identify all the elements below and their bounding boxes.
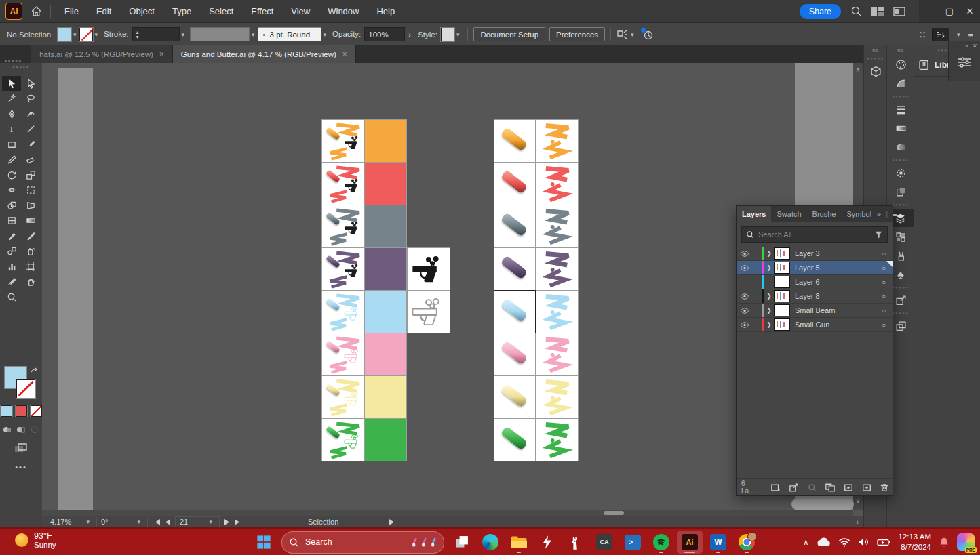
chevron-down-icon[interactable]: ▾ <box>456 31 460 38</box>
dock-stroke[interactable] <box>887 100 914 119</box>
fill-color-swatch[interactable] <box>58 28 71 41</box>
taskbar-app-lightning[interactable] <box>534 531 560 554</box>
more-tools-button[interactable]: ••• <box>15 463 27 471</box>
dock-3d-materials[interactable] <box>864 62 887 81</box>
dock-appearance[interactable] <box>887 164 914 182</box>
dock-color-guide[interactable] <box>887 75 914 93</box>
eraser-tool[interactable] <box>21 152 40 168</box>
zigzag-cell-green[interactable] <box>536 418 579 461</box>
maximize-button[interactable]: ▢ <box>939 0 960 22</box>
taskbar-app-word[interactable]: W <box>705 531 731 554</box>
taskbar-app-illustrator[interactable]: Ai <box>677 531 703 554</box>
layer-target-icon[interactable]: ○ <box>875 264 893 272</box>
expand-layer-icon[interactable]: ❯ <box>764 264 774 271</box>
lock-toggle[interactable] <box>753 304 762 317</box>
tray-chevron-up[interactable]: ∧ <box>803 538 808 547</box>
lasso-tool[interactable] <box>21 91 40 107</box>
brush-definition-dropdown[interactable]: • 3 pt. Round <box>258 27 321 41</box>
lock-toggle[interactable] <box>753 289 762 303</box>
document-tab-0[interactable]: hats.ai @ 12.5 % (RGB/Preview)× <box>31 45 173 63</box>
none-button[interactable] <box>31 405 42 417</box>
layer-target-icon[interactable]: ○ <box>875 250 893 258</box>
artboard-cell-art-green[interactable] <box>321 418 364 461</box>
close-tab-icon[interactable]: × <box>159 49 164 59</box>
menu-help[interactable]: Help <box>376 6 395 16</box>
zigzag-cell-purple[interactable] <box>536 247 579 291</box>
scrollbar-thumb[interactable] <box>791 499 854 510</box>
stroke-color-swatch[interactable] <box>79 28 93 41</box>
taskbar-app-edge[interactable] <box>477 531 503 554</box>
select-similar-icon[interactable] <box>616 29 629 40</box>
visibility-toggle[interactable] <box>737 251 753 257</box>
layer-name[interactable]: Small Beam <box>795 306 875 314</box>
artboard-cell-swatch-pink[interactable] <box>364 333 407 376</box>
next-artboard-icon[interactable] <box>224 519 230 525</box>
dock-gradient[interactable] <box>887 119 914 138</box>
butter-stick[interactable] <box>501 340 528 365</box>
artboard-tool[interactable] <box>21 259 40 274</box>
layer-row-layer-3[interactable]: ❯Layer 3○ <box>737 247 893 261</box>
artboard-cell-art-purple[interactable] <box>321 247 364 291</box>
menu-select[interactable]: Select <box>209 6 233 16</box>
new-sublayer-icon[interactable] <box>844 483 853 492</box>
chevron-down-icon[interactable]: ▾ <box>957 31 960 38</box>
document-setup-button[interactable]: Document Setup <box>473 27 545 41</box>
visibility-eye-icon[interactable] <box>740 322 749 328</box>
lock-toggle[interactable] <box>753 261 762 274</box>
layer-row-small-gun[interactable]: ❯Small Gun○ <box>737 318 893 332</box>
expand-layer-icon[interactable]: ❯ <box>764 321 774 328</box>
chevron-down-icon[interactable]: ▾ <box>324 31 327 38</box>
artboard-cell-gun-light-blue[interactable] <box>407 290 450 333</box>
zigzag-cell-pale-yellow[interactable] <box>536 375 579 419</box>
layer-thumbnail[interactable] <box>774 304 790 316</box>
free-transform-tool[interactable] <box>21 183 40 199</box>
rectangle-tool[interactable] <box>2 137 21 152</box>
paintbrush-tool[interactable] <box>21 137 40 152</box>
dock-color[interactable] <box>887 56 914 74</box>
visibility-toggle[interactable] <box>737 293 753 300</box>
draw-normal-icon[interactable] <box>3 426 12 434</box>
butter-stick[interactable] <box>501 383 528 407</box>
zigzag-cell-orange[interactable] <box>536 119 579 163</box>
gradient-button[interactable] <box>16 405 27 417</box>
perspective-grid-tool[interactable] <box>21 198 40 213</box>
width-tool[interactable] <box>2 183 21 199</box>
visibility-toggle[interactable] <box>737 322 753 328</box>
volume-icon[interactable] <box>858 537 869 547</box>
layer-row-layer-5[interactable]: ❯Layer 5○ <box>737 261 893 275</box>
line-segment-tool[interactable] <box>21 122 40 138</box>
butter-stick[interactable] <box>501 255 528 279</box>
layer-name[interactable]: Layer 6 <box>795 278 875 286</box>
chevron-down-icon[interactable]: ▾ <box>73 31 77 38</box>
menu-object[interactable]: Object <box>129 6 155 16</box>
weather-widget[interactable]: 93°F Sunny <box>15 531 56 549</box>
scroll-down-icon[interactable]: ∨ <box>853 497 863 504</box>
scroll-up-icon[interactable]: ∧ <box>853 63 863 73</box>
artboard-cell-gun-purple[interactable] <box>407 247 450 291</box>
taskbar-app-chrome[interactable] <box>734 531 760 554</box>
share-button[interactable]: Share <box>800 4 841 19</box>
collect-for-export-icon[interactable] <box>771 483 781 492</box>
layer-target-icon[interactable]: ○ <box>875 293 893 300</box>
draw-inside-icon[interactable] <box>30 426 39 434</box>
butter-cell-pale-yellow[interactable] <box>494 375 536 419</box>
close-button[interactable]: ✕ <box>960 0 980 22</box>
artboard-cell-art-light-blue[interactable] <box>321 290 364 333</box>
new-layer-icon[interactable] <box>862 483 871 492</box>
color-button[interactable] <box>1 405 12 417</box>
layer-thumbnail[interactable] <box>774 318 790 331</box>
locate-object-icon[interactable] <box>808 483 817 492</box>
close-tab-icon[interactable]: × <box>342 49 347 59</box>
layer-row-layer-8[interactable]: ❯Layer 8○ <box>737 289 893 304</box>
recolor-artwork-icon[interactable] <box>642 29 654 40</box>
column-graph-tool[interactable] <box>2 259 21 274</box>
zoom-level-dropdown[interactable]: 4.17%▾ <box>46 517 97 527</box>
menu-view[interactable]: View <box>291 6 310 16</box>
collapse-dock-icon[interactable]: «« <box>864 45 887 56</box>
eyedropper-tool[interactable] <box>21 228 40 244</box>
menu-file[interactable]: File <box>64 6 79 16</box>
pasteboard-object[interactable] <box>58 68 93 510</box>
shape-builder-tool[interactable] <box>2 198 21 213</box>
filter-icon[interactable] <box>874 230 883 239</box>
artboard-cell-art-slate-gray[interactable] <box>321 205 364 248</box>
